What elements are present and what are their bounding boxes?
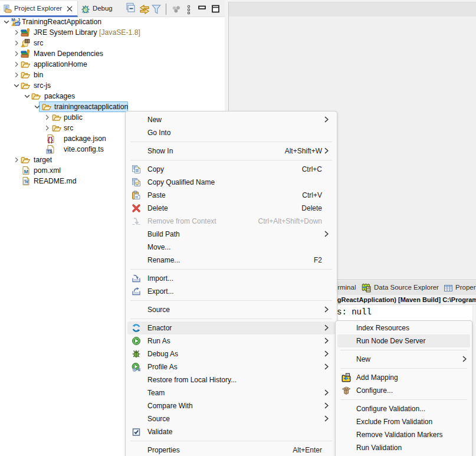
svg-text:W: W	[24, 179, 29, 185]
svg-text:{}: {}	[48, 136, 54, 143]
svg-text:TS: TS	[47, 149, 52, 153]
svg-text:M: M	[24, 169, 28, 175]
